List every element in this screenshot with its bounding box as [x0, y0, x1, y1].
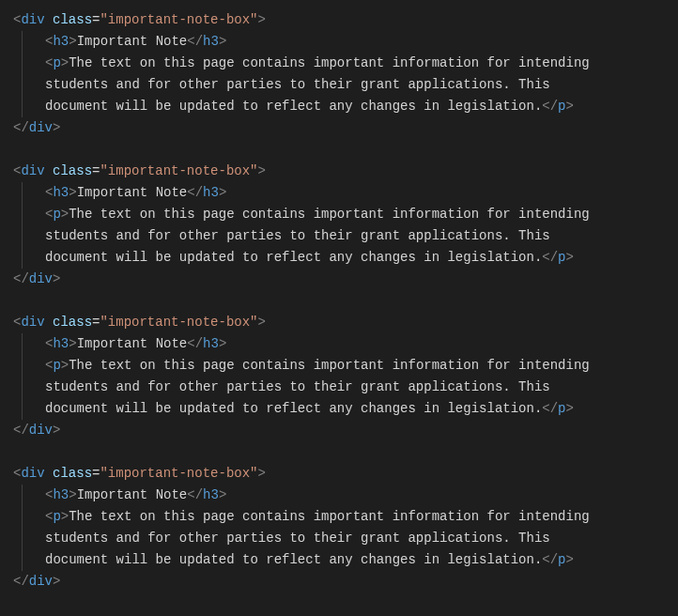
- code-block: <div class="important-note-box"> <h3>Imp…: [13, 463, 676, 593]
- code-line[interactable]: <div class="important-note-box">: [13, 463, 676, 485]
- angle-open-slash: </: [542, 99, 558, 114]
- code-line[interactable]: <p>The text on this page contains import…: [22, 53, 676, 74]
- code-line[interactable]: </div>: [13, 420, 676, 441]
- text-content: The text on this page contains important…: [69, 55, 590, 70]
- text-content: students and for other parties to their …: [45, 77, 550, 92]
- code-line[interactable]: <p>The text on this page contains import…: [22, 204, 676, 225]
- tag-p: p: [53, 55, 60, 70]
- attr-value: "important-note-box": [100, 12, 257, 27]
- code-line[interactable]: <h3>Important Note</h3>: [22, 31, 676, 53]
- code-line[interactable]: </div>: [13, 117, 676, 139]
- angle-close: >: [61, 55, 69, 70]
- tag-p: p: [558, 99, 565, 114]
- angle-close: >: [69, 34, 76, 49]
- code-line[interactable]: <div class="important-note-box">: [13, 312, 676, 333]
- code-line[interactable]: <p>The text on this page contains import…: [22, 506, 676, 528]
- code-line[interactable]: <h3>Important Note</h3>: [22, 333, 676, 355]
- code-line[interactable]: <div class="important-note-box">: [13, 161, 676, 182]
- code-line[interactable]: <h3>Important Note</h3>: [22, 182, 676, 204]
- code-block: <div class="important-note-box"> <h3>Imp…: [13, 312, 676, 441]
- angle-close: >: [53, 120, 60, 135]
- code-line[interactable]: <p>The text on this page contains import…: [22, 355, 676, 377]
- angle-close: >: [219, 34, 226, 49]
- code-line[interactable]: <h3>Important Note</h3>: [22, 485, 676, 506]
- code-line[interactable]: document will be updated to reflect any …: [22, 96, 676, 117]
- angle-close: >: [566, 99, 574, 114]
- tag-h3: h3: [53, 34, 69, 49]
- angle-open-slash: </: [187, 34, 203, 49]
- attr-class: class: [53, 12, 92, 27]
- code-line[interactable]: </div>: [13, 269, 676, 290]
- tag-h3: h3: [203, 34, 219, 49]
- code-line[interactable]: students and for other parties to their …: [22, 528, 676, 549]
- code-block: <div class="important-note-box"> <h3>Imp…: [13, 9, 676, 139]
- code-line[interactable]: students and for other parties to their …: [22, 225, 676, 247]
- tag-div: div: [21, 12, 44, 27]
- code-block: <div class="important-note-box"> <h3>Imp…: [13, 161, 676, 290]
- tag-div: div: [29, 120, 53, 135]
- text-content: Important Note: [77, 34, 188, 49]
- code-line[interactable]: </div>: [13, 571, 676, 593]
- code-line[interactable]: <div class="important-note-box">: [13, 9, 676, 31]
- angle-close: >: [257, 12, 265, 27]
- text-content: document will be updated to reflect any …: [45, 99, 542, 114]
- angle-open-slash: </: [13, 120, 29, 135]
- code-line[interactable]: document will be updated to reflect any …: [22, 549, 676, 571]
- code-line[interactable]: document will be updated to reflect any …: [22, 398, 676, 420]
- code-line[interactable]: students and for other parties to their …: [22, 74, 676, 96]
- code-line[interactable]: students and for other parties to their …: [22, 377, 676, 398]
- code-line[interactable]: document will be updated to reflect any …: [22, 247, 676, 269]
